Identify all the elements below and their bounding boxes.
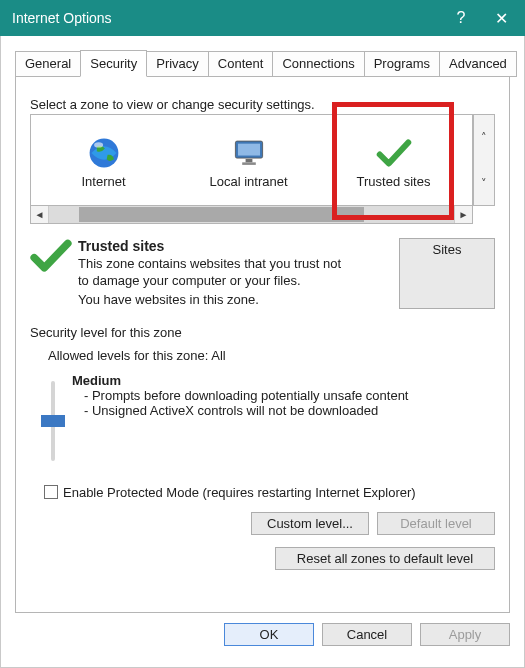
tab-connections[interactable]: Connections xyxy=(272,51,364,77)
level-name: Medium xyxy=(72,373,495,388)
security-level-heading: Security level for this zone xyxy=(30,325,495,340)
tab-advanced[interactable]: Advanced xyxy=(439,51,517,77)
zone-label: Local intranet xyxy=(209,174,287,189)
tab-general[interactable]: General xyxy=(15,51,81,77)
zone-desc-body1: This zone contains websites that you tru… xyxy=(78,256,348,290)
zone-instruction: Select a zone to view or change security… xyxy=(30,97,495,112)
checkbox-icon[interactable] xyxy=(44,485,58,499)
close-icon: ✕ xyxy=(495,9,508,28)
zone-label: Trusted sites xyxy=(357,174,431,189)
help-button[interactable]: ? xyxy=(441,0,481,36)
zone-list[interactable]: Internet Local intranet xyxy=(30,114,473,206)
window-title: Internet Options xyxy=(12,10,441,26)
tab-privacy[interactable]: Privacy xyxy=(146,51,209,77)
scroll-track[interactable] xyxy=(49,206,454,223)
dialog-body: General Security Privacy Content Connect… xyxy=(0,36,525,668)
svg-rect-5 xyxy=(242,162,256,165)
protected-mode-checkbox-row[interactable]: Enable Protected Mode (requires restarti… xyxy=(44,485,495,500)
scroll-up-arrow-icon[interactable]: ˄ xyxy=(474,115,494,159)
zone-description: Trusted sites This zone contains website… xyxy=(78,238,395,309)
title-bar: Internet Options ? ✕ xyxy=(0,0,525,36)
allowed-levels-label: Allowed levels for this zone: All xyxy=(48,348,495,363)
tab-programs[interactable]: Programs xyxy=(364,51,440,77)
security-level-slider-area: Medium - Prompts before downloading pote… xyxy=(38,373,495,461)
tab-security[interactable]: Security xyxy=(80,50,147,77)
custom-level-button[interactable]: Custom level... xyxy=(251,512,369,535)
default-level-button[interactable]: Default level xyxy=(377,512,495,535)
help-icon: ? xyxy=(457,9,466,27)
apply-button[interactable]: Apply xyxy=(420,623,510,646)
level-buttons-row: Custom level... Default level xyxy=(30,512,495,535)
sites-button[interactable]: Sites xyxy=(399,238,495,309)
zone-desc-body2: You have websites in this zone. xyxy=(78,292,389,309)
scroll-thumb[interactable] xyxy=(79,207,364,222)
tab-strip: General Security Privacy Content Connect… xyxy=(15,50,510,77)
zone-label: Internet xyxy=(81,174,125,189)
scroll-left-arrow-icon[interactable]: ◄ xyxy=(31,206,49,223)
zone-horizontal-scrollbar[interactable]: ◄ ► xyxy=(30,206,473,224)
check-icon xyxy=(374,132,414,174)
ok-button[interactable]: OK xyxy=(224,623,314,646)
security-level-slider[interactable] xyxy=(51,381,55,461)
zone-description-row: Trusted sites This zone contains website… xyxy=(30,238,495,309)
zone-local-intranet[interactable]: Local intranet xyxy=(176,115,321,205)
zone-vertical-scrollbar[interactable]: ˄ ˅ xyxy=(473,114,495,206)
close-button[interactable]: ✕ xyxy=(481,0,521,36)
svg-rect-3 xyxy=(237,143,259,155)
security-level-description: Medium - Prompts before downloading pote… xyxy=(68,373,495,461)
scroll-down-arrow-icon[interactable]: ˅ xyxy=(474,161,494,205)
cancel-button[interactable]: Cancel xyxy=(322,623,412,646)
reset-all-zones-button[interactable]: Reset all zones to default level xyxy=(275,547,495,570)
level-line-2: - Unsigned ActiveX controls will not be … xyxy=(84,403,495,418)
slider-thumb[interactable] xyxy=(41,415,65,427)
svg-rect-4 xyxy=(245,158,252,161)
globe-icon xyxy=(86,132,122,174)
big-check-icon xyxy=(30,238,78,309)
zone-internet[interactable]: Internet xyxy=(31,115,176,205)
level-line-1: - Prompts before downloading potentially… xyxy=(84,388,495,403)
protected-mode-label: Enable Protected Mode (requires restarti… xyxy=(63,485,416,500)
zone-trusted-sites[interactable]: Trusted sites xyxy=(321,115,466,205)
tab-content[interactable]: Content xyxy=(208,51,274,77)
monitor-icon xyxy=(232,132,266,174)
reset-row: Reset all zones to default level xyxy=(30,547,495,570)
svg-point-1 xyxy=(94,142,103,147)
zone-desc-title: Trusted sites xyxy=(78,238,389,254)
zone-selector-area: Internet Local intranet xyxy=(30,114,495,224)
scroll-right-arrow-icon[interactable]: ► xyxy=(454,206,472,223)
security-tab-panel: Select a zone to view or change security… xyxy=(15,76,510,613)
dialog-footer-buttons: OK Cancel Apply xyxy=(15,623,510,646)
